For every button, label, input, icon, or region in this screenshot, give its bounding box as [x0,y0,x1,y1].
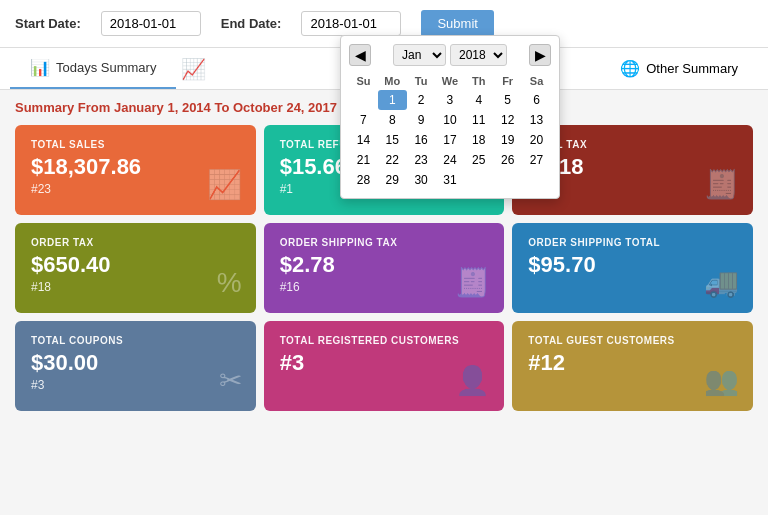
card-icon: % [217,267,242,299]
calendar-day-cell[interactable]: 7 [349,110,378,130]
card-label: ORDER SHIPPING TAX [280,237,489,248]
card-label: TOTAL REGISTERED CUSTOMERS [280,335,489,346]
card-label: TOTAL SALES [31,139,240,150]
card-icon: 🧾 [704,168,739,201]
card-icon: 🧾 [455,266,490,299]
card-order-tax: ORDER TAX $650.40 #18 % [15,223,256,313]
card-value: $650.40 [31,252,240,278]
card-order-shipping-total: ORDER SHIPPING TOTAL $95.70 🚚 [512,223,753,313]
card-count: #18 [31,280,240,294]
card-label: TOTAL COUPONS [31,335,240,346]
tab-divider: 📈 [181,57,206,81]
calendar-day-cell[interactable]: 5 [493,90,522,110]
card-order-shipping-tax: ORDER SHIPPING TAX $2.78 #16 🧾 [264,223,505,313]
bar-chart-icon: 📊 [30,58,50,77]
card-icon: 📈 [207,168,242,201]
calendar-grid: SuMoTuWeThFrSa12345678910111213141516171… [349,72,551,190]
calendar-day-header: We [436,72,465,90]
calendar-selects: JanFebMarAprMayJunJulAugSepOctNovDec 201… [393,44,507,66]
card-icon: 🚚 [704,266,739,299]
tab-today[interactable]: 📊 Todays Summary [10,48,176,89]
globe-icon: 🌐 [620,59,640,78]
calendar-prev-button[interactable]: ◀ [349,44,371,66]
tab-today-label: Todays Summary [56,60,156,75]
calendar-day-cell[interactable]: 2 [407,90,436,110]
card-total-registered: TOTAL REGISTERED CUSTOMERS #3 👤 [264,321,505,411]
calendar-day-header: Fr [493,72,522,90]
calendar-day-cell[interactable]: 4 [464,90,493,110]
card-icon: 👤 [455,364,490,397]
calendar-day-cell[interactable]: 24 [436,150,465,170]
calendar-year-select[interactable]: 201520162017201820192020 [450,44,507,66]
card-label: ORDER TAX [31,237,240,248]
calendar-month-select[interactable]: JanFebMarAprMayJunJulAugSepOctNovDec [393,44,446,66]
card-total-coupons: TOTAL COUPONS $30.00 #3 ✂ [15,321,256,411]
calendar-day-header: Tu [407,72,436,90]
calendar-day-cell[interactable]: 22 [378,150,407,170]
calendar-day-cell[interactable]: 16 [407,130,436,150]
tab-other[interactable]: 🌐 Other Summary [600,49,758,88]
start-date-input[interactable] [101,11,201,36]
calendar-day-header: Mo [378,72,407,90]
calendar-day-cell[interactable]: 21 [349,150,378,170]
calendar-day-cell[interactable]: 26 [493,150,522,170]
calendar-day-cell[interactable]: 28 [349,170,378,190]
calendar-overlay: ◀ JanFebMarAprMayJunJulAugSepOctNovDec 2… [340,35,560,199]
card-label: TOTAL GUEST CUSTOMERS [528,335,737,346]
card-total-guest: TOTAL GUEST CUSTOMERS #12 👥 [512,321,753,411]
card-total-sales: TOTAL SALES $18,307.86 #23 📈 [15,125,256,215]
calendar-day-cell[interactable]: 20 [522,130,551,150]
calendar-header: ◀ JanFebMarAprMayJunJulAugSepOctNovDec 2… [349,44,551,66]
calendar-day-cell[interactable]: 18 [464,130,493,150]
calendar-day-cell[interactable]: 30 [407,170,436,190]
calendar-day-cell[interactable]: 31 [436,170,465,190]
calendar-day-cell[interactable]: 13 [522,110,551,130]
calendar-day-header: Th [464,72,493,90]
calendar-day-cell[interactable]: 11 [464,110,493,130]
card-icon: ✂ [219,364,242,397]
start-date-label: Start Date: [15,16,81,31]
end-date-label: End Date: [221,16,282,31]
tab-other-label: Other Summary [646,61,738,76]
calendar-day-header: Sa [522,72,551,90]
calendar-day-cell[interactable]: 3 [436,90,465,110]
calendar-day-cell [464,170,493,190]
calendar-day-cell[interactable]: 10 [436,110,465,130]
calendar-day-cell[interactable]: 1 [378,90,407,110]
card-value: $30.00 [31,350,240,376]
calendar-day-cell[interactable]: 29 [378,170,407,190]
calendar-day-cell[interactable]: 14 [349,130,378,150]
calendar-day-cell[interactable]: 23 [407,150,436,170]
end-date-input[interactable] [301,11,401,36]
calendar-day-cell [493,170,522,190]
calendar-day-cell [522,170,551,190]
card-icon: 👥 [704,364,739,397]
calendar-day-cell[interactable]: 6 [522,90,551,110]
calendar-next-button[interactable]: ▶ [529,44,551,66]
calendar-day-cell[interactable]: 12 [493,110,522,130]
calendar-day-cell[interactable]: 15 [378,130,407,150]
calendar-day-cell [349,90,378,110]
calendar-day-cell[interactable]: 19 [493,130,522,150]
submit-button[interactable]: Submit [421,10,493,37]
calendar-day-header: Su [349,72,378,90]
card-count: #3 [31,378,240,392]
calendar-day-cell[interactable]: 17 [436,130,465,150]
card-label: ORDER SHIPPING TOTAL [528,237,737,248]
calendar-day-cell[interactable]: 9 [407,110,436,130]
calendar-day-cell[interactable]: 8 [378,110,407,130]
calendar-day-cell[interactable]: 27 [522,150,551,170]
calendar-day-cell[interactable]: 25 [464,150,493,170]
